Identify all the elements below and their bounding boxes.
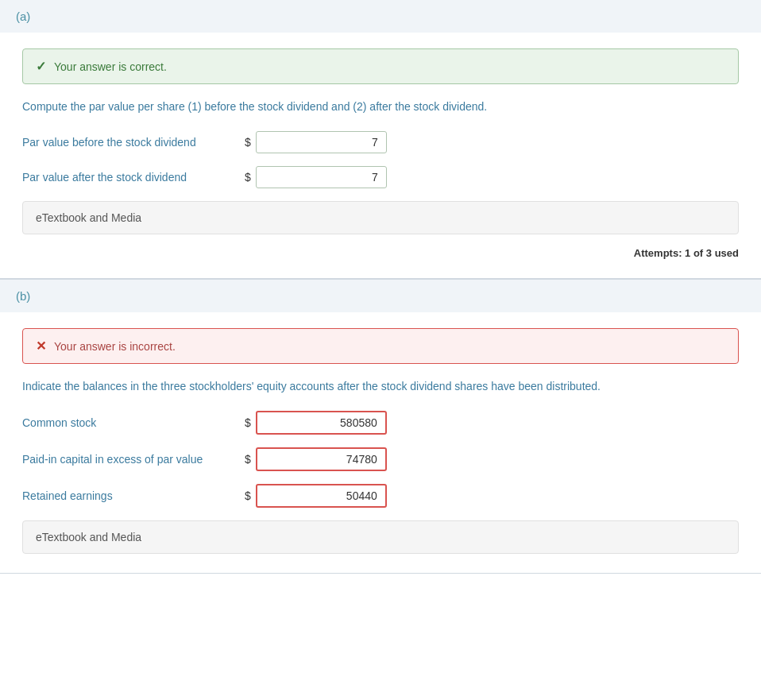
par-value-before-row: Par value before the stock dividend $: [22, 131, 739, 153]
section-b-instruction: Indicate the balances in the three stock…: [22, 378, 739, 395]
etextbook-bar-a: eTextbook and Media: [22, 201, 739, 234]
dollar-sign-4: $: [245, 453, 251, 466]
check-icon: ✓: [36, 59, 46, 74]
correct-alert: ✓ Your answer is correct.: [22, 48, 739, 84]
common-stock-label: Common stock: [22, 416, 245, 429]
section-a-header: (a): [0, 0, 761, 33]
x-icon: ✕: [36, 338, 46, 354]
retained-earnings-label: Retained earnings: [22, 489, 245, 502]
section-a-body: ✓ Your answer is correct. Compute the pa…: [0, 33, 761, 278]
section-a-label: (a): [16, 10, 30, 23]
section-a: (a) ✓ Your answer is correct. Compute th…: [0, 0, 761, 279]
section-b-label: (b): [16, 289, 30, 303]
section-b-header: (b): [0, 280, 761, 312]
attempts-a: Attempts: 1 of 3 used: [22, 241, 739, 265]
par-value-after-row: Par value after the stock dividend $: [22, 166, 739, 188]
retained-earnings-input[interactable]: [256, 484, 387, 508]
section-b-body: ✕ Your answer is incorrect. Indicate the…: [0, 312, 761, 573]
section-a-instruction: Compute the par value per share (1) befo…: [22, 99, 739, 115]
par-value-after-label: Par value after the stock dividend: [22, 171, 245, 184]
par-value-after-input[interactable]: [256, 166, 387, 188]
paid-in-capital-input[interactable]: [256, 447, 387, 471]
dollar-sign-5: $: [245, 489, 251, 502]
paid-in-capital-row: Paid-in capital in excess of par value $: [22, 447, 739, 471]
incorrect-alert: ✕ Your answer is incorrect.: [22, 328, 739, 364]
dollar-sign-2: $: [245, 171, 251, 184]
section-b: (b) ✕ Your answer is incorrect. Indicate…: [0, 280, 761, 574]
par-value-before-input[interactable]: [256, 131, 387, 153]
etextbook-bar-b: eTextbook and Media: [22, 520, 739, 554]
dollar-sign-3: $: [245, 416, 251, 429]
correct-message: Your answer is correct.: [54, 60, 167, 73]
retained-earnings-row: Retained earnings $: [22, 484, 739, 508]
common-stock-row: Common stock $: [22, 411, 739, 435]
paid-in-capital-label: Paid-in capital in excess of par value: [22, 453, 245, 466]
incorrect-message: Your answer is incorrect.: [54, 340, 176, 353]
par-value-before-label: Par value before the stock dividend: [22, 136, 245, 149]
dollar-sign-1: $: [245, 136, 251, 149]
common-stock-input[interactable]: [256, 411, 387, 435]
